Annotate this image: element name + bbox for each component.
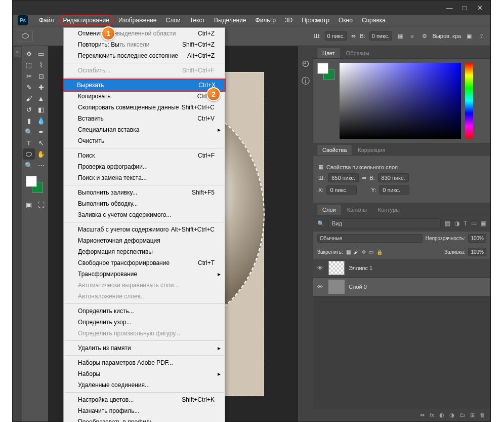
menu-cut[interactable]: ВырезатьCtrl+X — [63, 79, 226, 92]
type-tool[interactable]: T — [23, 137, 35, 148]
eraser-tool[interactable]: ◧ — [35, 104, 47, 115]
menu-image[interactable]: Изображение — [114, 15, 161, 25]
hue-slider[interactable] — [465, 63, 473, 139]
menu-view[interactable]: Просмотр — [298, 15, 333, 25]
layer-name[interactable]: Слой 0 — [349, 284, 367, 290]
menu-fill[interactable]: Выполнить заливку...Shift+F5 — [64, 187, 225, 198]
mask-icon[interactable]: ◐ — [439, 412, 444, 418]
panel-swatches[interactable] — [317, 63, 335, 81]
tab-adjustments[interactable]: Коррекция — [353, 145, 390, 155]
menu-toggle-state[interactable]: Переключить последнее состояниеAlt+Ctrl+… — [64, 50, 225, 61]
layer-row[interactable]: 👁 Эллипс 1 — [313, 259, 490, 278]
menu-clear[interactable]: Очистить — [64, 135, 225, 146]
menu-puppet-warp[interactable]: Марионеточная деформация — [64, 235, 225, 246]
layer-thumb[interactable] — [328, 261, 345, 275]
menu-assign-profile[interactable]: Назначить профиль... — [64, 405, 225, 416]
menu-color-settings[interactable]: Настройка цветов...Shift+Ctrl+K — [64, 394, 225, 405]
filter-type-icon[interactable]: T — [464, 220, 467, 227]
screenmode-tool[interactable]: ⛶ — [35, 199, 47, 210]
link-layers-icon[interactable]: ⇔ — [420, 412, 425, 418]
menu-help[interactable]: Справка — [358, 15, 390, 25]
brush-tool[interactable]: 🖌 — [23, 93, 35, 104]
artboard-tool[interactable]: ▭ — [35, 48, 47, 59]
tab-paths[interactable]: Контуры — [373, 205, 405, 215]
maximize-button[interactable]: □ — [457, 3, 472, 13]
filter-smart-icon[interactable]: ▣ — [481, 220, 486, 227]
adjustment-icon[interactable]: ◑ — [449, 412, 454, 418]
history-brush-tool[interactable]: ↺ — [23, 104, 35, 115]
menu-3d[interactable]: 3D — [281, 15, 297, 25]
marquee-tool[interactable]: ⬚ — [23, 59, 35, 70]
blend-mode-select[interactable]: Обычные — [317, 234, 423, 243]
filter-adjust-icon[interactable]: ◑ — [454, 220, 459, 227]
lasso-tool[interactable]: ⌇ — [35, 59, 47, 70]
link-icon[interactable]: ⇔ — [351, 33, 356, 40]
link-icon[interactable]: ⇔ — [362, 175, 366, 181]
prop-x-field[interactable]: 0 пикс. — [326, 185, 357, 195]
opt-width-field[interactable]: 0 пикс. — [325, 31, 348, 41]
menu-redo[interactable]: Повторить: Выть пикселиShift+Ctrl+Z — [64, 39, 225, 50]
path-op-icon[interactable]: ▦ — [396, 32, 404, 40]
layer-filters[interactable]: ▦ ◑ T ▭ ▣ — [445, 220, 486, 227]
zoom-tool[interactable]: 🔍 — [23, 160, 35, 171]
menu-undo[interactable]: Отменить: Инвыделенной областиCtrl+Z — [64, 28, 225, 39]
frame-tool[interactable]: ⊡ — [35, 70, 47, 82]
quickmask-tool[interactable]: ▣ — [23, 199, 35, 210]
blur-tool[interactable]: 💧 — [35, 115, 47, 126]
gear-icon[interactable]: ⚙ — [421, 32, 429, 40]
mask-icon[interactable]: ▣ — [465, 32, 473, 40]
layer-row[interactable]: 👁 Слой 0 — [313, 278, 490, 296]
menu-define-brush[interactable]: Определить кисть... — [64, 305, 225, 317]
edit-toolbar[interactable]: ⋯ — [35, 160, 47, 171]
menu-convert-profile[interactable]: Преобразовать в профиль... — [64, 416, 225, 422]
pen-tool[interactable]: ✒ — [35, 126, 47, 137]
lock-pos-icon[interactable]: ✥ — [362, 249, 366, 255]
minimize-button[interactable]: — — [442, 3, 457, 13]
menu-content-scale[interactable]: Масштаб с учетом содержимогоAlt+Shift+Ct… — [64, 224, 225, 235]
menu-purge[interactable]: Удалить из памяти — [64, 342, 225, 354]
visibility-icon[interactable]: 👁 — [317, 284, 324, 290]
prop-w-field[interactable]: 650 пикс. — [328, 173, 359, 182]
filter-pixel-icon[interactable]: ▦ — [445, 220, 450, 227]
menu-filter[interactable]: Фильтр — [251, 15, 280, 25]
prop-y-field[interactable]: 0 пикс. — [379, 185, 409, 195]
menu-file[interactable]: Файл — [35, 15, 58, 25]
eyedropper-tool[interactable]: ✎ — [23, 82, 35, 93]
menu-find-replace[interactable]: Поиск и замена текста... — [64, 172, 225, 183]
lock-trans-icon[interactable]: ▦ — [346, 249, 351, 255]
search-icon[interactable]: 🔍 — [317, 220, 324, 227]
align-icon[interactable]: ≡ — [408, 32, 416, 40]
move-tool[interactable]: ✥ — [23, 48, 35, 59]
prop-h-field[interactable]: 830 пикс. — [378, 173, 409, 182]
menu-edit[interactable]: Редактирование — [59, 15, 113, 25]
menu-free-transform[interactable]: Свободное трансформированиеCtrl+T — [64, 257, 225, 268]
info-icon[interactable]: ⓘ — [302, 76, 310, 87]
tab-swatches[interactable]: Образцы — [341, 48, 374, 58]
heal-tool[interactable]: ✚ — [35, 82, 47, 93]
menu-pdf-presets[interactable]: Наборы параметров Adobe PDF... — [64, 357, 225, 368]
color-swatches[interactable] — [25, 175, 45, 195]
new-layer-icon[interactable]: ⊞ — [470, 412, 475, 418]
history-icon[interactable]: ◴ — [302, 58, 309, 68]
menu-window[interactable]: Окно — [334, 15, 357, 25]
opacity-field[interactable]: 100% — [468, 234, 486, 243]
group-icon[interactable]: 🗀 — [459, 412, 465, 418]
path-tool[interactable]: ↖ — [35, 137, 47, 148]
color-field[interactable] — [340, 63, 461, 139]
menu-presets[interactable]: Наборы — [64, 368, 225, 379]
gradient-tool[interactable]: ▮ — [23, 115, 35, 126]
fx-icon[interactable]: fx — [430, 412, 434, 418]
delete-icon[interactable]: 🗑 — [480, 412, 485, 418]
layer-name[interactable]: Эллипс 1 — [349, 265, 372, 271]
stamp-tool[interactable]: ▲ — [35, 93, 47, 104]
tab-color[interactable]: Цвет — [317, 48, 340, 58]
expand-left-icon[interactable]: » — [14, 47, 21, 57]
menu-transform[interactable]: Трансформирование — [64, 268, 225, 280]
menu-define-pattern[interactable]: Определить узор... — [64, 317, 225, 328]
menu-layer[interactable]: Слои — [162, 15, 185, 25]
menu-content-fill[interactable]: Заливка с учетом содержимого... — [64, 209, 225, 220]
ellipse-tool[interactable] — [23, 148, 35, 160]
menu-copy-merged[interactable]: Скопировать совмещенные данныеShift+Ctrl… — [64, 102, 225, 113]
opt-height-field[interactable]: 0 пикс. — [369, 31, 392, 41]
filter-shape-icon[interactable]: ▭ — [471, 220, 477, 227]
